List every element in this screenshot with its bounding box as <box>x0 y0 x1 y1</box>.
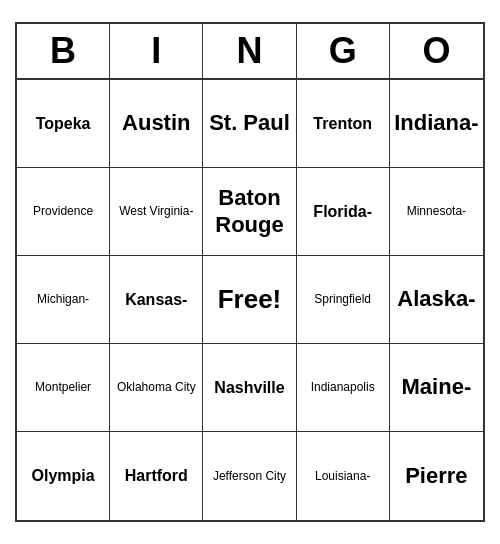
cell-text: Hartford <box>125 466 188 485</box>
cell-text: Kansas- <box>125 290 187 309</box>
bingo-cell: Providence <box>17 168 110 256</box>
cell-text: Free! <box>218 284 282 315</box>
bingo-cell: Olympia <box>17 432 110 520</box>
bingo-cell: Hartford <box>110 432 203 520</box>
cell-text: Oklahoma City <box>117 380 196 394</box>
bingo-cell: Jefferson City <box>203 432 296 520</box>
bingo-cell: Trenton <box>297 80 390 168</box>
cell-text: Austin <box>122 110 190 136</box>
bingo-cell: Topeka <box>17 80 110 168</box>
cell-text: Baton Rouge <box>207 185 291 238</box>
bingo-cell: Louisiana- <box>297 432 390 520</box>
bingo-cell: Minnesota- <box>390 168 483 256</box>
cell-text: Indiana- <box>394 110 478 136</box>
bingo-cell: Free! <box>203 256 296 344</box>
cell-text: Minnesota- <box>407 204 466 218</box>
header-letter: O <box>390 24 483 78</box>
cell-text: Montpelier <box>35 380 91 394</box>
cell-text: Springfield <box>314 292 371 306</box>
bingo-cell: Florida- <box>297 168 390 256</box>
cell-text: Louisiana- <box>315 469 370 483</box>
header-letter: B <box>17 24 110 78</box>
cell-text: Indianapolis <box>311 380 375 394</box>
cell-text: Michigan- <box>37 292 89 306</box>
cell-text: St. Paul <box>209 110 290 136</box>
bingo-cell: St. Paul <box>203 80 296 168</box>
bingo-cell: Springfield <box>297 256 390 344</box>
bingo-cell: Alaska- <box>390 256 483 344</box>
cell-text: Providence <box>33 204 93 218</box>
bingo-cell: Oklahoma City <box>110 344 203 432</box>
cell-text: Pierre <box>405 463 467 489</box>
bingo-cell: Montpelier <box>17 344 110 432</box>
bingo-cell: Maine- <box>390 344 483 432</box>
header-letter: N <box>203 24 296 78</box>
bingo-cell: Austin <box>110 80 203 168</box>
bingo-card: BINGO TopekaAustinSt. PaulTrentonIndiana… <box>15 22 485 522</box>
cell-text: Topeka <box>36 114 91 133</box>
cell-text: Florida- <box>313 202 372 221</box>
header-letter: I <box>110 24 203 78</box>
cell-text: Nashville <box>214 378 284 397</box>
bingo-cell: Baton Rouge <box>203 168 296 256</box>
bingo-cell: Kansas- <box>110 256 203 344</box>
cell-text: Trenton <box>313 114 372 133</box>
header-letter: G <box>297 24 390 78</box>
bingo-cell: Michigan- <box>17 256 110 344</box>
bingo-cell: Nashville <box>203 344 296 432</box>
bingo-cell: Pierre <box>390 432 483 520</box>
cell-text: Olympia <box>32 466 95 485</box>
bingo-grid: TopekaAustinSt. PaulTrentonIndiana-Provi… <box>17 80 483 520</box>
bingo-cell: Indianapolis <box>297 344 390 432</box>
cell-text: Maine- <box>402 374 472 400</box>
cell-text: West Virginia- <box>119 204 193 218</box>
cell-text: Alaska- <box>397 286 475 312</box>
cell-text: Jefferson City <box>213 469 286 483</box>
bingo-cell: Indiana- <box>390 80 483 168</box>
bingo-cell: West Virginia- <box>110 168 203 256</box>
bingo-header: BINGO <box>17 24 483 80</box>
